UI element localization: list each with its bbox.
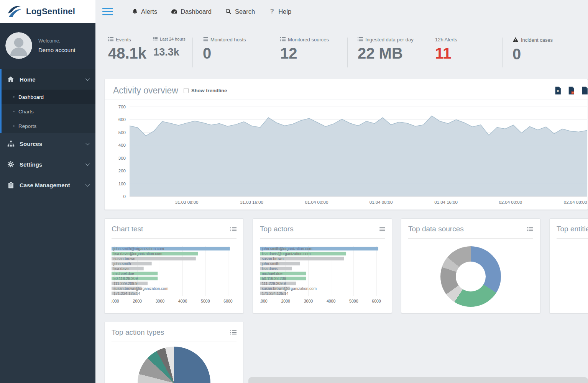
top-nav: Alerts Dashboard Search ? Help [131,8,291,15]
activity-overview-card: Activity overview Show trendline X P 010… [104,79,588,210]
sidebar-item-sources-label: Sources [20,141,42,147]
user-text: Welcome, Demo account [38,38,76,53]
svg-text:02.04 00:00: 02.04 00:00 [499,200,522,205]
sidebar: Welcome, Demo account Home Dashboard Cha… [0,23,95,383]
avatar [5,32,32,59]
gear-icon [7,161,15,168]
divider [502,38,503,67]
stat-12h-alerts: 12h Alerts 11 [435,37,499,62]
svg-text:31.03 08:00: 31.03 08:00 [175,200,199,205]
svg-text:6000: 6000 [372,299,381,303]
bottom-sheet-edge [248,377,588,383]
nav-alerts[interactable]: Alerts [131,8,157,15]
top-action-types-pie-chart [112,347,237,383]
nav-dashboard[interactable]: Dashboard [171,8,212,15]
svg-text:02.04 08:00: 02.04 08:00 [564,200,587,205]
svg-text:2000: 2000 [133,299,142,303]
sidebar-item-home[interactable]: Home [2,69,95,90]
stat-last24h-value: 13.3k [153,46,186,58]
topbar: LogSentinel Alerts Dashboard Search ? He… [0,0,588,23]
sidebar-item-dashboard[interactable]: Dashboard [2,90,95,104]
excel-export-icon[interactable]: X [554,87,562,95]
sidebar-item-settings[interactable]: Settings [0,154,95,175]
svg-text:lisa.davis@organization.com: lisa.davis@organization.com [262,252,310,256]
chart-test-title: Chart test [112,225,143,233]
svg-text:111.229.209.9: 111.229.209.9 [113,282,138,286]
svg-text:01.04 16:00: 01.04 16:00 [434,200,458,205]
svg-text:john.smith: john.smith [113,262,131,266]
top-action-types-card: Top action types [104,322,244,383]
svg-text:600: 600 [118,117,126,122]
stat-ingested-data-label: Ingested data per day [365,37,414,43]
sidebar-item-sources[interactable]: Sources [0,133,95,154]
card-menu-icon[interactable] [379,225,385,233]
stat-monitored-sources-value: 12 [280,44,344,62]
svg-text:lisa.davis: lisa.davis [113,267,129,271]
svg-text:4000: 4000 [178,299,187,303]
svg-text:michael.doe: michael.doe [262,272,283,276]
svg-text:31.03 16:00: 31.03 16:00 [240,200,263,205]
svg-text:01.04 00:00: 01.04 00:00 [305,200,328,205]
show-trendline-label: Show trendline [191,88,227,93]
home-sub-items: Dashboard Charts Reports [2,90,95,133]
card-menu-icon[interactable] [230,328,237,336]
svg-text:50.116.28.209: 50.116.28.209 [113,277,138,281]
activity-card-header: Activity overview Show trendline X P [105,79,588,100]
top-entities-title: Top entities [557,225,588,233]
list-icon [280,37,286,43]
stat-incident-cases-label: Incident cases [521,37,553,43]
svg-text:300: 300 [118,156,126,160]
export-icon-partial[interactable] [581,87,588,95]
svg-text:50.116.28.209: 50.116.28.209 [262,277,286,281]
nav-search[interactable]: Search [225,8,255,15]
card-menu-icon[interactable] [230,225,237,233]
nav-help-label: Help [278,8,291,15]
brand[interactable]: LogSentinel [0,0,95,23]
svg-text:john.smith@organization.com: john.smith@organization.com [261,247,312,251]
stat-monitored-sources-label: Monitored sources [288,37,329,43]
nav-alerts-label: Alerts [141,8,157,15]
sidebar-item-reports[interactable]: Reports [2,119,95,133]
sidebar-item-charts[interactable]: Charts [2,104,95,119]
svg-text:6000: 6000 [223,299,233,303]
chevron-down-icon [85,141,90,145]
svg-text:john.smith@organization.com: john.smith@organization.com [113,247,164,251]
stat-incident-cases: Incident cases 0 [512,37,577,63]
svg-text:1000: 1000 [112,299,119,303]
pdf-export-icon[interactable]: P [568,87,575,95]
svg-text:P: P [572,92,573,94]
chevron-down-icon [85,77,90,81]
show-trendline-checkbox[interactable] [184,88,189,93]
svg-text:200: 200 [118,169,126,173]
show-trendline-toggle[interactable]: Show trendline [184,88,227,93]
stats-row: Events 48.1k Last 24 hours 13.3k Monitor… [95,23,588,67]
svg-text:5000: 5000 [349,299,358,303]
gauge-icon [171,8,177,15]
brand-name: LogSentinel [26,7,75,16]
nav-search-label: Search [235,8,255,15]
home-icon [7,76,15,83]
svg-text:3000: 3000 [156,299,165,303]
top-actors-bar-chart: 100020003000400050006000john.smith@organ… [260,246,385,304]
stat-monitored-hosts: Monitored hosts 0 [203,37,267,62]
export-icons: X P [554,87,582,95]
svg-text:1000: 1000 [260,299,268,303]
sidebar-toggle-button[interactable] [102,7,113,17]
chevron-down-icon [85,162,90,166]
top-data-sources-donut-chart [408,244,533,309]
side-nav: Home Dashboard Charts Reports Sources [0,69,95,195]
svg-text:100: 100 [118,182,126,186]
top-actors-title: Top actors [260,225,294,233]
logsentinel-logo-icon [6,4,22,19]
clipboard-icon [7,182,15,188]
sidebar-item-home-label: Home [20,76,36,83]
svg-text:01.04 08:00: 01.04 08:00 [370,200,393,205]
nav-help[interactable]: ? Help [269,8,291,15]
user-panel: Welcome, Demo account [0,23,95,69]
svg-text:4000: 4000 [327,299,336,303]
sidebar-item-case-management[interactable]: Case Management [0,175,95,195]
list-icon [153,37,158,41]
activity-area-chart: 010020030040050060070031.03 08:0031.03 1… [105,104,588,206]
stat-incident-cases-value: 0 [512,45,577,63]
card-menu-icon[interactable] [527,225,533,233]
